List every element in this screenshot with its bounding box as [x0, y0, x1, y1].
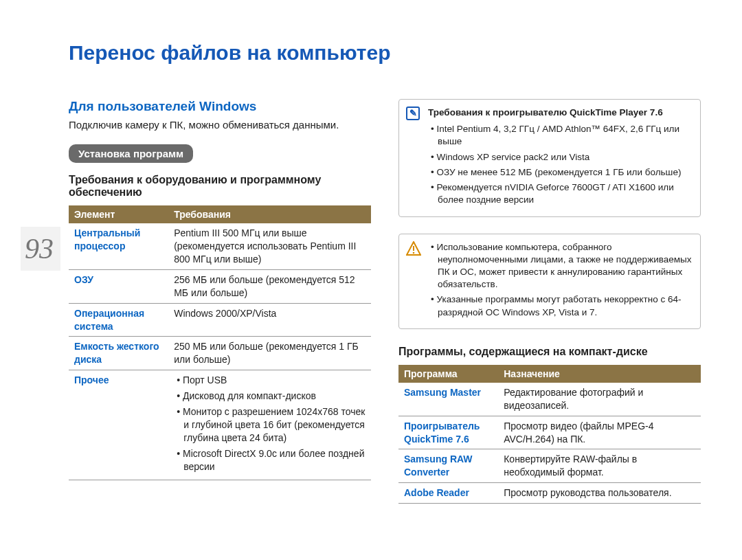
req-bullet: Монитор с разрешением 1024x768 точек и г…: [174, 405, 366, 445]
requirements-subheading: Требования к оборудованию и программному…: [69, 174, 371, 199]
requirements-table: Элемент Требования Центральный процессор…: [69, 205, 371, 480]
table-row: Samsung Master Редактирование фотографий…: [398, 383, 701, 416]
req-label: ОЗУ: [69, 269, 168, 303]
req-bullet: Дисковод для компакт-дисков: [174, 390, 366, 403]
table-row: Проигрыватель QuickTime 7.6 Просмотр вид…: [398, 416, 701, 449]
warning-bullet: Указанные программы могут работать некор…: [428, 293, 692, 318]
req-bullet: Microsoft DirectX 9.0c или более поздней…: [174, 447, 366, 473]
req-value: 256 МБ или больше (рекомендуется 512 МБ …: [168, 269, 371, 303]
page-title: Перенос файлов на компьютер: [69, 41, 701, 65]
req-value: Windows 2000/XP/Vista: [168, 303, 371, 337]
table-row: Центральный процессор Pentium III 500 МГ…: [69, 223, 371, 269]
prog-label: Проигрыватель QuickTime 7.6: [398, 416, 498, 449]
prog-value: Просмотр видео (файлы MPEG-4 AVC/H.264) …: [498, 416, 701, 449]
req-table-header-element: Элемент: [69, 205, 168, 223]
table-row: Операционная система Windows 2000/XP/Vis…: [69, 303, 371, 337]
warning-bullet: Использование компьютера, собранного неу…: [428, 241, 692, 291]
req-label: Прочее: [69, 370, 168, 480]
note-title: Требования к проигрывателю QuickTime Pla…: [428, 107, 692, 119]
info-note-quicktime: ✎ Требования к проигрывателю QuickTime P…: [398, 99, 701, 217]
table-row: Прочее Порт USB Дисковод для компакт-дис…: [69, 370, 371, 480]
info-icon: ✎: [406, 107, 420, 120]
two-column-layout: Для пользователей Windows Подключив каме…: [69, 99, 701, 504]
note-bullet: Windows XP service pack2 или Vista: [428, 151, 692, 164]
right-column: ✎ Требования к проигрывателю QuickTime P…: [398, 99, 701, 504]
table-row: Samsung RAW Converter Конвертируйте RAW-…: [398, 449, 701, 483]
page-number: 93: [21, 227, 60, 271]
prog-label: Adobe Reader: [398, 483, 498, 504]
prog-label: Samsung RAW Converter: [398, 449, 498, 483]
req-table-header-requirements: Требования: [168, 205, 371, 223]
table-row: Adobe Reader Просмотр руководства пользо…: [398, 483, 701, 504]
note-bullet: ОЗУ не менее 512 МБ (рекомендуется 1 ГБ …: [428, 166, 692, 179]
req-label: Операционная система: [69, 303, 168, 337]
section-heading-windows: Для пользователей Windows: [69, 99, 371, 114]
prog-value: Просмотр руководства пользователя.: [498, 483, 701, 504]
install-chip: Установка программ: [69, 144, 193, 163]
prog-label: Samsung Master: [398, 383, 498, 416]
programs-heading: Программы, содержащиеся на компакт-диске: [398, 346, 701, 358]
warning-icon: [406, 241, 421, 256]
req-label: Емкость жесткого диска: [69, 337, 168, 370]
prog-table-header-program: Программа: [398, 365, 498, 383]
svg-point-2: [413, 251, 415, 254]
table-row: ОЗУ 256 МБ или больше (рекомендуется 512…: [69, 269, 371, 303]
req-label: Центральный процессор: [69, 223, 168, 269]
warning-note: Использование компьютера, собранного неу…: [398, 234, 701, 329]
table-row: Емкость жесткого диска 250 МБ или больше…: [69, 337, 371, 370]
prog-table-header-purpose: Назначение: [498, 365, 701, 383]
prog-value: Конвертируйте RAW-файлы в необходимый фо…: [498, 449, 701, 483]
document-page: 93 Перенос файлов на компьютер Для польз…: [0, 0, 742, 560]
note-bullet: Intel Pentium 4, 3,2 ГГц / AMD Athlon™ 6…: [428, 123, 692, 148]
note-bullet: Рекомендуется nVIDIA Geforce 7600GT / AT…: [428, 181, 692, 206]
intro-text: Подключив камеру к ПК, можно обмениватьс…: [69, 118, 371, 132]
req-value: Pentium III 500 МГц или выше (рекомендуе…: [168, 223, 371, 269]
req-value: 250 МБ или больше (рекомендуется 1 ГБ ил…: [168, 337, 371, 370]
left-column: Для пользователей Windows Подключив каме…: [69, 99, 371, 504]
prog-value: Редактирование фотографий и видеозаписей…: [498, 383, 701, 416]
req-bullet: Порт USB: [174, 374, 366, 387]
req-value-list: Порт USB Дисковод для компакт-дисков Мон…: [168, 370, 371, 480]
programs-table: Программа Назначение Samsung Master Реда…: [398, 365, 701, 504]
